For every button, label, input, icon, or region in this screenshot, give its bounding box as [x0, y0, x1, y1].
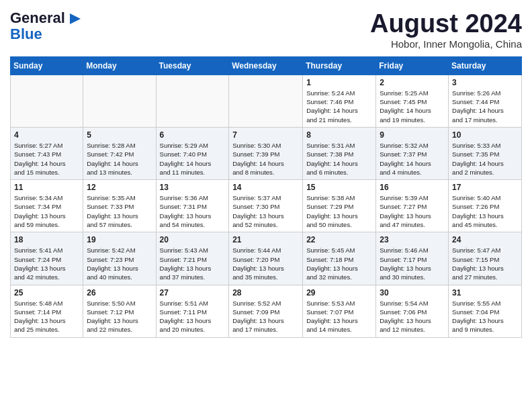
calendar-day: 7Sunrise: 5:30 AM Sunset: 7:39 PM Daylig… [229, 127, 303, 179]
day-info: Sunrise: 5:38 AM Sunset: 7:29 PM Dayligh… [306, 193, 372, 229]
calendar-day: 16Sunrise: 5:39 AM Sunset: 7:27 PM Dayli… [376, 180, 449, 232]
calendar-day: 8Sunrise: 5:31 AM Sunset: 7:38 PM Daylig… [303, 127, 376, 179]
calendar-day: 21Sunrise: 5:44 AM Sunset: 7:20 PM Dayli… [229, 232, 303, 285]
calendar-day: 5Sunrise: 5:28 AM Sunset: 7:42 PM Daylig… [83, 127, 156, 179]
day-number: 13 [160, 183, 226, 192]
weekday-header: Sunday [11, 56, 83, 75]
day-number: 12 [87, 183, 152, 192]
logo: General Blue [10, 10, 81, 42]
day-number: 30 [380, 288, 445, 298]
day-number: 23 [380, 235, 445, 244]
calendar-week-row: 18Sunrise: 5:41 AM Sunset: 7:24 PM Dayli… [11, 232, 522, 285]
calendar-week-row: 1Sunrise: 5:24 AM Sunset: 7:46 PM Daylig… [11, 75, 522, 127]
calendar-day: 26Sunrise: 5:50 AM Sunset: 7:12 PM Dayli… [83, 285, 156, 337]
day-number: 14 [232, 183, 299, 192]
calendar-day: 2Sunrise: 5:25 AM Sunset: 7:45 PM Daylig… [376, 75, 449, 127]
logo-general: General [10, 9, 65, 26]
day-info: Sunrise: 5:25 AM Sunset: 7:45 PM Dayligh… [380, 89, 445, 124]
calendar-day: 23Sunrise: 5:46 AM Sunset: 7:17 PM Dayli… [376, 232, 449, 285]
title-area: August 2024 Hobor, Inner Mongolia, China [370, 10, 522, 50]
calendar-day: 15Sunrise: 5:38 AM Sunset: 7:29 PM Dayli… [303, 180, 376, 232]
calendar-day: 30Sunrise: 5:54 AM Sunset: 7:06 PM Dayli… [376, 285, 449, 337]
weekday-header: Wednesday [229, 56, 303, 75]
day-number: 4 [14, 130, 79, 140]
day-info: Sunrise: 5:47 AM Sunset: 7:15 PM Dayligh… [452, 246, 518, 281]
calendar-day [83, 75, 156, 127]
day-number: 22 [306, 235, 372, 244]
day-info: Sunrise: 5:54 AM Sunset: 7:06 PM Dayligh… [380, 299, 445, 334]
day-number: 3 [452, 78, 518, 87]
day-number: 5 [87, 130, 152, 140]
logo-icon [70, 13, 81, 24]
calendar-day [11, 75, 83, 127]
day-number: 17 [452, 183, 518, 192]
calendar-day: 25Sunrise: 5:48 AM Sunset: 7:14 PM Dayli… [11, 285, 83, 337]
day-number: 31 [452, 288, 518, 298]
day-number: 26 [87, 288, 152, 298]
day-info: Sunrise: 5:29 AM Sunset: 7:40 PM Dayligh… [160, 141, 226, 177]
day-info: Sunrise: 5:40 AM Sunset: 7:26 PM Dayligh… [452, 193, 518, 229]
weekday-header: Monday [83, 56, 156, 75]
month-title: August 2024 [370, 10, 522, 38]
logo-blue: Blue [10, 26, 42, 42]
svg-marker-0 [70, 13, 81, 24]
calendar-day: 27Sunrise: 5:51 AM Sunset: 7:11 PM Dayli… [156, 285, 229, 337]
calendar-day: 31Sunrise: 5:55 AM Sunset: 7:04 PM Dayli… [449, 285, 522, 337]
page-header: General Blue August 2024 Hobor, Inner Mo… [10, 10, 522, 50]
calendar-header-row: SundayMondayTuesdayWednesdayThursdayFrid… [11, 56, 522, 75]
day-info: Sunrise: 5:33 AM Sunset: 7:35 PM Dayligh… [452, 141, 518, 177]
day-number: 16 [380, 183, 445, 192]
day-info: Sunrise: 5:37 AM Sunset: 7:30 PM Dayligh… [232, 193, 299, 229]
day-info: Sunrise: 5:44 AM Sunset: 7:20 PM Dayligh… [232, 246, 299, 281]
day-info: Sunrise: 5:51 AM Sunset: 7:11 PM Dayligh… [160, 299, 226, 334]
calendar-day: 14Sunrise: 5:37 AM Sunset: 7:30 PM Dayli… [229, 180, 303, 232]
weekday-header: Thursday [303, 56, 376, 75]
day-number: 10 [452, 130, 518, 140]
calendar-day: 18Sunrise: 5:41 AM Sunset: 7:24 PM Dayli… [11, 232, 83, 285]
day-info: Sunrise: 5:27 AM Sunset: 7:43 PM Dayligh… [14, 141, 79, 177]
day-info: Sunrise: 5:42 AM Sunset: 7:23 PM Dayligh… [87, 246, 152, 281]
calendar-week-row: 4Sunrise: 5:27 AM Sunset: 7:43 PM Daylig… [11, 127, 522, 179]
day-number: 28 [232, 288, 299, 298]
day-info: Sunrise: 5:35 AM Sunset: 7:33 PM Dayligh… [87, 193, 152, 229]
day-info: Sunrise: 5:36 AM Sunset: 7:31 PM Dayligh… [160, 193, 226, 229]
day-info: Sunrise: 5:48 AM Sunset: 7:14 PM Dayligh… [14, 299, 79, 334]
calendar-day: 19Sunrise: 5:42 AM Sunset: 7:23 PM Dayli… [83, 232, 156, 285]
calendar-day: 28Sunrise: 5:52 AM Sunset: 7:09 PM Dayli… [229, 285, 303, 337]
day-info: Sunrise: 5:26 AM Sunset: 7:44 PM Dayligh… [452, 89, 518, 124]
day-number: 20 [160, 235, 226, 244]
day-number: 24 [452, 235, 518, 244]
calendar-day: 6Sunrise: 5:29 AM Sunset: 7:40 PM Daylig… [156, 127, 229, 179]
day-info: Sunrise: 5:43 AM Sunset: 7:21 PM Dayligh… [160, 246, 226, 281]
calendar-day: 3Sunrise: 5:26 AM Sunset: 7:44 PM Daylig… [449, 75, 522, 127]
calendar-day: 24Sunrise: 5:47 AM Sunset: 7:15 PM Dayli… [449, 232, 522, 285]
day-number: 9 [380, 130, 445, 140]
calendar-day: 10Sunrise: 5:33 AM Sunset: 7:35 PM Dayli… [449, 127, 522, 179]
day-number: 6 [160, 130, 226, 140]
weekday-header: Tuesday [156, 56, 229, 75]
day-info: Sunrise: 5:52 AM Sunset: 7:09 PM Dayligh… [232, 299, 299, 334]
day-info: Sunrise: 5:32 AM Sunset: 7:37 PM Dayligh… [380, 141, 445, 177]
day-info: Sunrise: 5:30 AM Sunset: 7:39 PM Dayligh… [232, 141, 299, 177]
calendar-day [156, 75, 229, 127]
calendar-week-row: 11Sunrise: 5:34 AM Sunset: 7:34 PM Dayli… [11, 180, 522, 232]
day-info: Sunrise: 5:50 AM Sunset: 7:12 PM Dayligh… [87, 299, 152, 334]
calendar-table: SundayMondayTuesdayWednesdayThursdayFrid… [10, 56, 522, 338]
day-info: Sunrise: 5:45 AM Sunset: 7:18 PM Dayligh… [306, 246, 372, 281]
day-info: Sunrise: 5:28 AM Sunset: 7:42 PM Dayligh… [87, 141, 152, 177]
day-info: Sunrise: 5:24 AM Sunset: 7:46 PM Dayligh… [306, 89, 372, 124]
day-info: Sunrise: 5:53 AM Sunset: 7:07 PM Dayligh… [306, 299, 372, 334]
calendar-day: 1Sunrise: 5:24 AM Sunset: 7:46 PM Daylig… [303, 75, 376, 127]
calendar-day: 17Sunrise: 5:40 AM Sunset: 7:26 PM Dayli… [449, 180, 522, 232]
day-info: Sunrise: 5:46 AM Sunset: 7:17 PM Dayligh… [380, 246, 445, 281]
location: Hobor, Inner Mongolia, China [370, 38, 522, 50]
day-number: 18 [14, 235, 79, 244]
day-info: Sunrise: 5:31 AM Sunset: 7:38 PM Dayligh… [306, 141, 372, 177]
day-number: 7 [232, 130, 299, 140]
calendar-day: 22Sunrise: 5:45 AM Sunset: 7:18 PM Dayli… [303, 232, 376, 285]
calendar-day: 9Sunrise: 5:32 AM Sunset: 7:37 PM Daylig… [376, 127, 449, 179]
day-number: 21 [232, 235, 299, 244]
calendar-day [229, 75, 303, 127]
calendar-day: 29Sunrise: 5:53 AM Sunset: 7:07 PM Dayli… [303, 285, 376, 337]
day-number: 1 [306, 78, 372, 87]
